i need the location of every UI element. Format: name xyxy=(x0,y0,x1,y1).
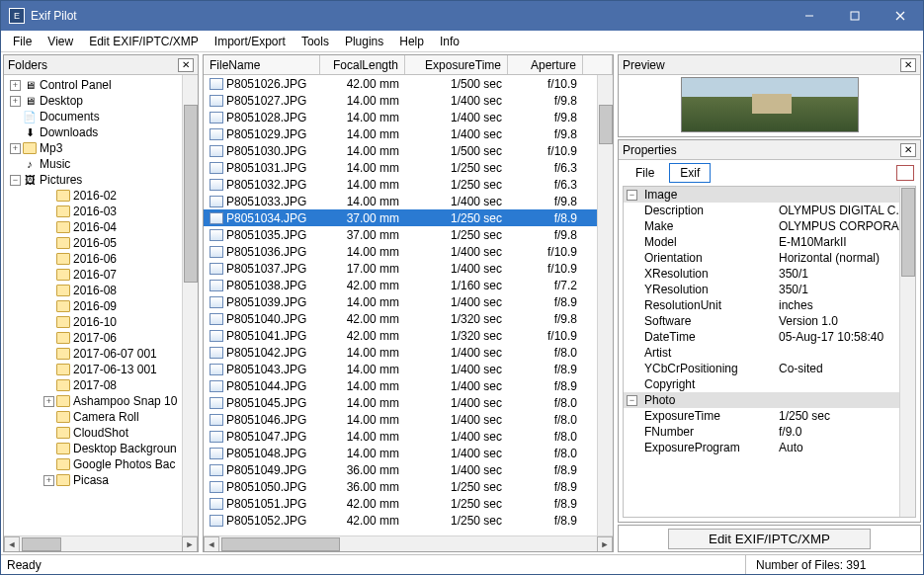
prop-row[interactable]: ResolutionUnitinches xyxy=(624,297,899,313)
file-row[interactable]: P8051045.JPG14.00 mm1/400 secf/8.0 xyxy=(204,394,597,411)
prop-row[interactable]: DateTime05-Aug-17 10:58:40 xyxy=(624,329,899,345)
file-row[interactable]: P8051043.JPG14.00 mm1/400 secf/8.9 xyxy=(204,361,597,377)
title-bar[interactable]: E Exif Pilot xyxy=(1,1,923,31)
properties-grid[interactable]: −ImageDescriptionOLYMPUS DIGITAL C...Mak… xyxy=(623,186,916,518)
tree-item[interactable]: 2017-06-13 001 xyxy=(4,362,198,377)
prop-row[interactable]: MakeOLYMPUS CORPORA... xyxy=(624,218,899,234)
file-row[interactable]: P8051035.JPG37.00 mm1/250 secf/9.8 xyxy=(204,226,597,243)
file-row[interactable]: P8051048.JPG14.00 mm1/400 secf/8.0 xyxy=(204,445,597,461)
tree-item[interactable]: Camera Roll xyxy=(4,409,198,425)
tree-item[interactable]: 2017-06 xyxy=(4,330,198,346)
file-row[interactable]: P8051030.JPG14.00 mm1/500 secf/10.9 xyxy=(204,142,597,159)
folder-tree[interactable]: +🖥Control Panel+🖥Desktop📄Documents⬇Downl… xyxy=(4,75,198,551)
tree-item[interactable]: 2016-08 xyxy=(4,283,198,298)
menu-tools[interactable]: Tools xyxy=(294,33,337,50)
tree-item[interactable]: 2016-10 xyxy=(4,314,198,330)
tree-item[interactable]: Google Photos Bac xyxy=(4,456,198,472)
tree-item[interactable]: Desktop Backgroun xyxy=(4,441,198,456)
prop-row[interactable]: YCbCrPositioningCo-sited xyxy=(624,361,899,376)
collapse-icon[interactable]: − xyxy=(10,175,21,186)
tree-item[interactable]: 2016-03 xyxy=(4,204,198,219)
file-row[interactable]: P8051052.JPG42.00 mm1/250 secf/8.9 xyxy=(204,512,597,529)
minimize-button[interactable] xyxy=(787,1,832,31)
tree-item[interactable]: 2016-09 xyxy=(4,298,198,314)
tree-vscrollbar[interactable] xyxy=(182,75,198,535)
file-row[interactable]: P8051034.JPG37.00 mm1/250 secf/8.9 xyxy=(204,209,597,226)
tree-item[interactable]: 2016-04 xyxy=(4,219,198,235)
file-row[interactable]: P8051029.JPG14.00 mm1/400 secf/9.8 xyxy=(204,125,597,142)
prop-tool-button[interactable] xyxy=(896,165,914,181)
preview-close-icon[interactable]: ✕ xyxy=(900,58,916,72)
file-row[interactable]: P8051033.JPG14.00 mm1/400 secf/9.8 xyxy=(204,193,597,209)
menu-plugins[interactable]: Plugins xyxy=(337,33,391,50)
tree-item[interactable]: ⬇Downloads xyxy=(4,124,198,140)
col-exposuretime[interactable]: ExposureTime xyxy=(405,55,508,74)
tree-item[interactable]: 2016-07 xyxy=(4,267,198,283)
file-row[interactable]: P8051050.JPG36.00 mm1/250 secf/8.9 xyxy=(204,478,597,495)
file-row[interactable]: P8051047.JPG14.00 mm1/400 secf/8.0 xyxy=(204,428,597,445)
prop-tab-file[interactable]: File xyxy=(625,163,665,183)
prop-row[interactable]: SoftwareVersion 1.0 xyxy=(624,313,899,329)
tree-item[interactable]: ♪Music xyxy=(4,156,198,172)
props-vscrollbar[interactable] xyxy=(899,187,915,517)
expand-icon[interactable]: + xyxy=(43,475,54,486)
file-row[interactable]: P8051028.JPG14.00 mm1/400 secf/9.8 xyxy=(204,109,597,125)
prop-row[interactable]: OrientationHorizontal (normal) xyxy=(624,250,899,266)
tree-item[interactable]: 2016-02 xyxy=(4,188,198,204)
tree-item[interactable]: +🖥Control Panel xyxy=(4,77,198,93)
menu-view[interactable]: View xyxy=(40,33,81,50)
menu-info[interactable]: Info xyxy=(432,33,467,50)
file-row[interactable]: P8051039.JPG14.00 mm1/400 secf/8.9 xyxy=(204,293,597,310)
file-row[interactable]: P8051027.JPG14.00 mm1/400 secf/9.8 xyxy=(204,92,597,109)
expand-icon[interactable]: + xyxy=(43,396,54,407)
tree-item[interactable]: 2016-06 xyxy=(4,251,198,267)
col-filename[interactable]: FileName xyxy=(204,55,320,74)
prop-tab-exif[interactable]: Exif xyxy=(669,163,711,183)
folders-close-icon[interactable]: ✕ xyxy=(178,58,194,72)
tree-item[interactable]: −🖼Pictures xyxy=(4,172,198,188)
expand-icon[interactable]: + xyxy=(10,143,21,154)
file-row[interactable]: P8051036.JPG14.00 mm1/400 secf/10.9 xyxy=(204,243,597,260)
file-row[interactable]: P8051031.JPG14.00 mm1/250 secf/6.3 xyxy=(204,159,597,176)
expand-icon[interactable]: + xyxy=(10,80,21,91)
menu-help[interactable]: Help xyxy=(391,33,432,50)
prop-row[interactable]: DescriptionOLYMPUS DIGITAL C... xyxy=(624,203,899,218)
scroll-left-icon[interactable]: ◄ xyxy=(4,536,20,552)
tree-item[interactable]: +Picasa xyxy=(4,472,198,488)
grid-hscrollbar[interactable]: ◄ ► xyxy=(204,535,613,551)
tree-hscrollbar[interactable]: ◄ ► xyxy=(4,535,198,551)
tree-item[interactable]: 2016-05 xyxy=(4,235,198,251)
tree-item[interactable]: CloudShot xyxy=(4,425,198,441)
file-grid-header[interactable]: FileName FocalLength ExposureTime Apertu… xyxy=(204,55,613,75)
prop-row[interactable]: Copyright xyxy=(624,376,899,392)
file-row[interactable]: P8051046.JPG14.00 mm1/400 secf/8.0 xyxy=(204,411,597,428)
file-row[interactable]: P8051049.JPG36.00 mm1/400 secf/8.9 xyxy=(204,461,597,478)
maximize-button[interactable] xyxy=(832,1,878,31)
file-row[interactable]: P8051041.JPG42.00 mm1/320 secf/10.9 xyxy=(204,327,597,344)
tree-item[interactable]: 2017-08 xyxy=(4,377,198,393)
file-row[interactable]: P8051026.JPG42.00 mm1/500 secf/10.9 xyxy=(204,75,597,92)
tree-item[interactable]: 2017-06-07 001 xyxy=(4,346,198,362)
scroll-right-icon[interactable]: ► xyxy=(597,536,613,552)
collapse-icon[interactable]: − xyxy=(627,190,637,201)
menu-import-export[interactable]: Import/Export xyxy=(207,33,294,50)
grid-vscrollbar[interactable] xyxy=(597,75,613,535)
prop-row[interactable]: ExposureTime1/250 sec xyxy=(624,408,899,424)
prop-row[interactable]: Artist xyxy=(624,345,899,361)
tree-item[interactable]: +Mp3 xyxy=(4,140,198,156)
scroll-right-icon[interactable]: ► xyxy=(182,536,198,552)
file-row[interactable]: P8051032.JPG14.00 mm1/250 secf/6.3 xyxy=(204,176,597,193)
menu-file[interactable]: File xyxy=(5,33,40,50)
prop-row[interactable]: ExposureProgramAuto xyxy=(624,440,899,455)
file-row[interactable]: P8051042.JPG14.00 mm1/400 secf/8.0 xyxy=(204,344,597,361)
tree-item[interactable]: +🖥Desktop xyxy=(4,93,198,109)
prop-section[interactable]: −Image xyxy=(624,187,899,203)
collapse-icon[interactable]: − xyxy=(627,395,637,406)
file-row[interactable]: P8051040.JPG42.00 mm1/320 secf/9.8 xyxy=(204,310,597,327)
edit-exif-button[interactable]: Edit EXIF/IPTC/XMP xyxy=(668,529,871,549)
menu-edit-exif-iptc-xmp[interactable]: Edit EXIF/IPTC/XMP xyxy=(81,33,207,50)
tree-item[interactable]: 📄Documents xyxy=(4,109,198,124)
col-aperture[interactable]: Aperture xyxy=(508,55,583,74)
prop-row[interactable]: ModelE-M10MarkII xyxy=(624,234,899,250)
properties-close-icon[interactable]: ✕ xyxy=(900,143,916,157)
